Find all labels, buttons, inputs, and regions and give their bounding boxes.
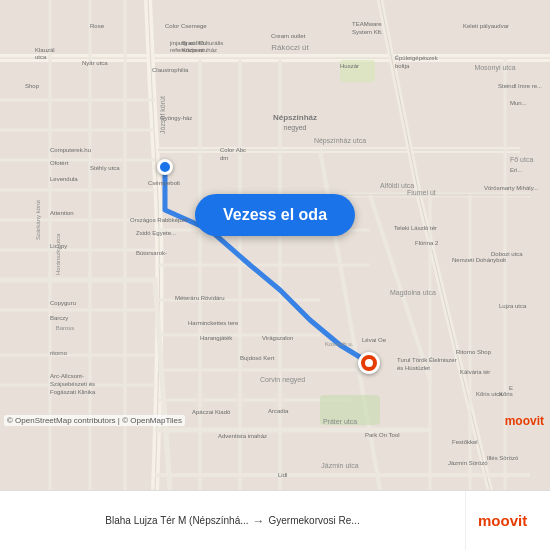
svg-text:Rákóczi út: Rákóczi út (271, 43, 309, 52)
svg-text:Lujza utca: Lujza utca (499, 303, 527, 309)
svg-text:Csémpebolt: Csémpebolt (148, 180, 180, 186)
svg-text:Alföldi utca: Alföldi utca (380, 182, 414, 189)
footer-route-info[interactable]: Blaha Lujza Tér M (Népszínhá... → Gyerme… (0, 491, 466, 550)
svg-text:Cream outlet: Cream outlet (271, 33, 306, 39)
svg-text:Barczy: Barczy (50, 315, 68, 321)
map-container: Rákóczi út József körút Népszínház utca … (0, 0, 550, 490)
svg-text:Mosonyi utca: Mosonyi utca (474, 64, 515, 72)
svg-text:Klauzál: Klauzál (35, 47, 55, 53)
svg-text:Épületgépészek: Épületgépészek (395, 55, 439, 61)
svg-text:Computerek.hu: Computerek.hu (50, 147, 91, 153)
svg-text:moovit: moovit (478, 512, 527, 529)
svg-text:Fiumei út: Fiumei út (407, 189, 436, 196)
svg-text:Práter utca: Práter utca (323, 418, 357, 425)
svg-text:Attention: Attention (50, 210, 74, 216)
svg-text:Kálvária tér: Kálvária tér (460, 369, 490, 375)
svg-text:System Kft.: System Kft. (352, 29, 383, 35)
svg-text:Eri...: Eri... (510, 167, 523, 173)
svg-text:Stéhly utca: Stéhly utca (90, 165, 120, 171)
svg-text:Color Csemege: Color Csemege (165, 23, 207, 29)
svg-text:Baross: Baross (56, 325, 75, 331)
svg-text:Illés Sörözó: Illés Sörözó (487, 455, 519, 461)
svg-text:Lidl: Lidl (278, 472, 287, 478)
svg-text:TEAMware: TEAMware (352, 21, 382, 27)
svg-text:Kőris: Kőris (499, 391, 513, 397)
svg-text:Virágszalon: Virágszalon (262, 335, 293, 341)
moovit-footer-logo: moovit (466, 491, 550, 550)
svg-text:Color Abc: Color Abc (220, 147, 246, 153)
svg-text:Kossuth u.: Kossuth u. (325, 341, 354, 347)
svg-text:Dobozi utca: Dobozi utca (491, 251, 523, 257)
svg-text:negyed: negyed (284, 124, 307, 132)
footer-destination-label: Gyermekorvosi Re... (269, 515, 360, 526)
svg-text:Rose: Rose (90, 23, 105, 29)
svg-text:Fogászati Klinika: Fogászati Klinika (50, 389, 96, 395)
svg-text:Park On Tool: Park On Tool (365, 432, 400, 438)
svg-text:Horánszky utca: Horánszky utca (55, 233, 61, 275)
svg-text:Keleti pályaudvar: Keleti pályaudvar (463, 23, 509, 29)
svg-text:Teleki László tér: Teleki László tér (394, 225, 437, 231)
moovit-svg-logo: moovit (478, 506, 538, 536)
svg-text:Szárkány körút: Szárkány körút (35, 200, 41, 240)
svg-text:Jázmin utca: Jázmin utca (321, 462, 358, 469)
destination-marker (358, 352, 380, 374)
svg-text:Népszínház utca: Népszínház utca (314, 137, 366, 145)
svg-text:Shop: Shop (25, 83, 40, 89)
svg-text:referencia-aruház: referencia-aruház (170, 47, 217, 53)
svg-text:Szájsebészeti és: Szájsebészeti és (50, 381, 95, 387)
svg-text:Országos Rabbképző: Országos Rabbképző (130, 217, 188, 223)
svg-text:Bujdosó Kert: Bujdosó Kert (240, 355, 275, 361)
svg-text:Levendula: Levendula (50, 176, 78, 182)
svg-text:Magdolna utca: Magdolna utca (390, 289, 436, 297)
svg-text:Harminckettes tere: Harminckettes tere (188, 320, 239, 326)
svg-text:Nyár utca: Nyár utca (82, 60, 108, 66)
footer-arrow-icon: → (253, 514, 265, 528)
svg-text:Flórina 2: Flórina 2 (415, 240, 439, 246)
svg-text:Ritorno Shop: Ritorno Shop (456, 349, 492, 355)
svg-text:Vörösmarty Mihály...: Vörösmarty Mihály... (484, 185, 539, 191)
svg-text:Zsidó Egyete...: Zsidó Egyete... (136, 230, 176, 236)
svg-text:és Hústüzlet: és Hústüzlet (397, 365, 430, 371)
svg-text:ritorno: ritorno (50, 350, 68, 356)
svg-text:jinjang.eu Kft.: jinjang.eu Kft. (169, 40, 207, 46)
svg-text:Fő utca: Fő utca (510, 156, 533, 163)
svg-text:Nemzeti Dohánybolt: Nemzeti Dohánybolt (452, 257, 506, 263)
origin-marker (157, 159, 173, 175)
svg-text:Adventista imaház: Adventista imaház (218, 433, 267, 439)
svg-text:utca: utca (35, 54, 47, 60)
svg-text:Huszár: Huszár (340, 63, 359, 69)
navigate-button[interactable]: Vezess el oda (195, 194, 355, 236)
svg-text:Mun...: Mun... (510, 100, 527, 106)
svg-text:Méteráru Rövidáru: Méteráru Rövidáru (175, 295, 225, 301)
svg-text:Licopy: Licopy (50, 243, 67, 249)
svg-text:Copyguru: Copyguru (50, 300, 76, 306)
svg-text:Bútorsarok-: Bútorsarok- (136, 250, 167, 256)
svg-text:Harangjáték: Harangjáték (200, 335, 233, 341)
moovit-logo: moovit (505, 414, 544, 428)
svg-text:Steindl Imre re...: Steindl Imre re... (498, 83, 542, 89)
svg-text:Jázmin Sörözó: Jázmin Sörözó (448, 460, 488, 466)
svg-text:boltja: boltja (395, 63, 410, 69)
footer-origin-label: Blaha Lujza Tér M (Népszínhá... (105, 515, 248, 526)
svg-text:Gyöngy-ház: Gyöngy-ház (160, 115, 192, 121)
svg-text:Claustrophilia: Claustrophilia (152, 67, 189, 73)
svg-text:Arc-Allcsont-: Arc-Allcsont- (50, 373, 84, 379)
attribution: © OpenStreetMap contributors | © OpenMap… (4, 415, 185, 426)
svg-text:Corvin negyed: Corvin negyed (260, 376, 305, 384)
svg-text:Apáczai Kiadó: Apáczai Kiadó (192, 409, 231, 415)
svg-text:Turul Török Élelmiszer: Turul Török Élelmiszer (397, 357, 457, 363)
svg-text:Arcadia: Arcadia (268, 408, 289, 414)
svg-text:Népszínház: Népszínház (273, 113, 317, 122)
footer: Blaha Lujza Tér M (Népszínhá... → Gyerme… (0, 490, 550, 550)
svg-text:dm: dm (220, 155, 228, 161)
svg-text:Festőkkel: Festőkkel (452, 439, 478, 445)
svg-text:Lévai Oe: Lévai Oe (362, 337, 387, 343)
svg-text:Ofotért: Ofotért (50, 160, 69, 166)
